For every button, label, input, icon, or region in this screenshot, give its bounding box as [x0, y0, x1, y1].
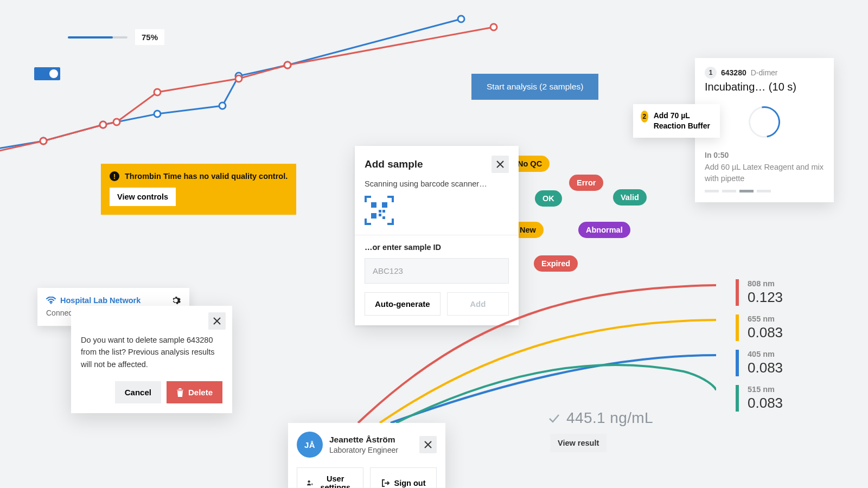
- result-readout: 445.1 ng/mL: [548, 409, 653, 427]
- view-controls-button[interactable]: View controls: [110, 188, 176, 206]
- wavelength-card-405: 405 nm 0.083: [736, 350, 783, 376]
- modal-subtitle: Scanning using barcode scanner…: [355, 173, 519, 188]
- svg-point-15: [490, 24, 497, 30]
- dialog-close-button[interactable]: [208, 312, 226, 330]
- modal-title: Add sample: [365, 158, 423, 170]
- user-popover-close-button[interactable]: [419, 436, 437, 453]
- svg-rect-19: [379, 210, 381, 213]
- svg-point-14: [284, 62, 291, 68]
- svg-rect-21: [379, 214, 381, 216]
- svg-point-3: [154, 111, 161, 117]
- user-name: Jeanette Åström: [329, 435, 413, 445]
- check-icon: [548, 412, 560, 424]
- svg-point-12: [154, 89, 161, 95]
- user-popover: JÅ Jeanette Åström Laboratory Engineer U…: [288, 423, 445, 488]
- qc-warning-banner: ! Thrombin Time has no valid quality con…: [101, 164, 296, 215]
- svg-point-7: [458, 16, 464, 22]
- status-pill-abnormal: Abnormal: [578, 222, 630, 238]
- view-result-button[interactable]: View result: [550, 434, 607, 452]
- user-settings-button[interactable]: User settings: [297, 467, 363, 488]
- incubating-status: Incubating… (10 s): [705, 81, 824, 93]
- cancel-button[interactable]: Cancel: [115, 381, 161, 403]
- status-pill-expired: Expired: [534, 255, 578, 272]
- spinner-icon: [743, 100, 787, 144]
- progress-label: 75%: [135, 29, 164, 45]
- qc-trend-chart: [0, 0, 499, 163]
- svg-point-23: [50, 302, 52, 304]
- user-role: Laboratory Engineer: [329, 446, 413, 454]
- progress-indicator: 75%: [68, 29, 164, 45]
- svg-rect-20: [382, 210, 385, 213]
- svg-rect-17: [382, 202, 387, 208]
- incubating-next-step: Add 60 µL Latex Reagent and mix with pip…: [705, 162, 824, 184]
- svg-point-9: [40, 138, 47, 144]
- wavelength-card-808: 808 nm 0.123: [736, 279, 783, 306]
- result-value: 445.1 ng/mL: [566, 409, 653, 427]
- svg-point-4: [219, 102, 226, 109]
- step-number-badge: 1: [705, 67, 717, 79]
- incubating-eta: In 0:50: [705, 151, 824, 159]
- sign-out-button[interactable]: Sign out: [370, 467, 437, 488]
- progress-track: [68, 36, 127, 38]
- status-pill-valid: Valid: [613, 189, 647, 206]
- step-progress-dots: [705, 190, 824, 192]
- wavelength-card-655: 655 nm 0.083: [736, 314, 783, 341]
- toggle-knob: [49, 69, 58, 78]
- modal-close-button[interactable]: [492, 156, 509, 173]
- delete-button[interactable]: Delete: [167, 381, 222, 403]
- gear-icon[interactable]: [171, 296, 181, 305]
- status-pill-ok: OK: [535, 190, 562, 207]
- svg-point-25: [311, 484, 312, 485]
- svg-point-10: [100, 121, 106, 128]
- incubating-analyte: D-dimer: [751, 68, 778, 77]
- close-icon: [213, 317, 221, 325]
- wavelength-card-515: 515 nm 0.083: [736, 385, 783, 412]
- svg-rect-18: [371, 213, 376, 219]
- close-icon: [496, 160, 504, 168]
- qr-scan-icon: [365, 196, 394, 225]
- trash-icon: [176, 388, 184, 397]
- banner-message: Thrombin Time has no valid quality contr…: [125, 172, 288, 181]
- step-chip-number: 2: [641, 111, 648, 123]
- status-pill-error: Error: [569, 175, 603, 191]
- svg-point-11: [113, 119, 120, 125]
- step-chip-text: Add 70 µL Reaction Buffer: [654, 111, 712, 131]
- avatar: JÅ: [297, 432, 323, 458]
- alert-icon: !: [110, 171, 119, 181]
- delete-dialog-text: Do you want to delete sample 643280 from…: [81, 334, 222, 370]
- incubating-sample-id: 643280: [721, 68, 746, 77]
- close-icon: [424, 441, 432, 448]
- absorbance-chart: [336, 271, 716, 423]
- toggle-switch[interactable]: [34, 67, 60, 80]
- sign-out-icon: [381, 479, 390, 487]
- network-name[interactable]: Hospital Lab Network: [46, 296, 141, 305]
- wifi-icon: [46, 297, 56, 304]
- user-gear-icon: [307, 479, 313, 487]
- step-chip: 2 Add 70 µL Reaction Buffer: [633, 104, 720, 138]
- modal-manual-label: …or enter sample ID: [355, 235, 519, 252]
- delete-sample-dialog: Do you want to delete sample 643280 from…: [71, 306, 232, 413]
- svg-rect-16: [371, 202, 376, 208]
- svg-point-24: [308, 480, 310, 483]
- svg-rect-22: [382, 216, 385, 219]
- start-analysis-button[interactable]: Start analysis (2 samples): [471, 74, 598, 100]
- svg-point-13: [235, 75, 242, 82]
- progress-fill: [68, 36, 113, 38]
